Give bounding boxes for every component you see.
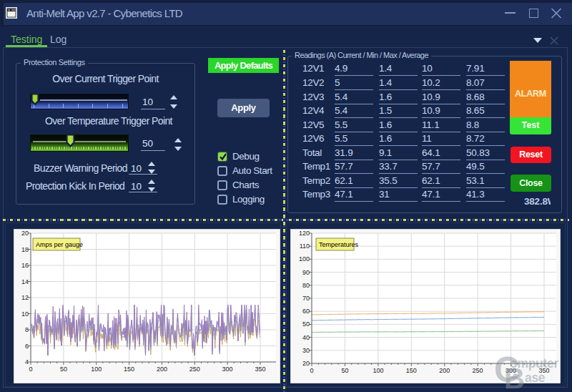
svg-text:B: B: [504, 363, 525, 392]
svg-text:150: 150: [124, 366, 134, 373]
svg-text:70: 70: [302, 295, 310, 302]
svg-text:0: 0: [310, 367, 313, 374]
svg-text:300: 300: [222, 366, 233, 373]
svg-text:18: 18: [21, 246, 29, 253]
svg-text:120: 120: [299, 230, 310, 237]
svg-text:200: 200: [439, 367, 450, 374]
svg-text:90: 90: [302, 269, 310, 276]
svg-text:12: 12: [21, 294, 29, 301]
svg-text:0: 0: [29, 366, 32, 373]
svg-text:4: 4: [25, 358, 29, 366]
svg-text:100: 100: [373, 367, 383, 374]
svg-text:20: 20: [21, 230, 29, 237]
svg-text:50: 50: [60, 366, 67, 373]
svg-text:14: 14: [21, 278, 29, 285]
svg-text:110: 110: [300, 242, 310, 250]
svg-text:Amps per gauge: Amps per gauge: [36, 241, 83, 248]
svg-text:40: 40: [302, 334, 310, 341]
svg-text:60: 60: [302, 308, 310, 315]
svg-text:80: 80: [302, 282, 310, 289]
svg-text:10: 10: [21, 310, 29, 318]
svg-text:20: 20: [302, 360, 310, 367]
svg-text:200: 200: [157, 366, 167, 373]
svg-text:8: 8: [25, 326, 29, 333]
svg-text:30: 30: [302, 347, 310, 354]
svg-text:50: 50: [341, 367, 348, 374]
svg-text:ase: ase: [525, 371, 546, 385]
svg-text:150: 150: [406, 367, 417, 374]
svg-text:6: 6: [25, 343, 29, 350]
svg-text:100: 100: [91, 366, 102, 373]
svg-text:Temperatures: Temperatures: [319, 241, 359, 248]
svg-text:350: 350: [255, 366, 265, 373]
svg-text:250: 250: [189, 366, 200, 373]
svg-text:50: 50: [302, 320, 310, 328]
svg-text:100: 100: [299, 255, 310, 263]
svg-text:16: 16: [21, 262, 29, 269]
